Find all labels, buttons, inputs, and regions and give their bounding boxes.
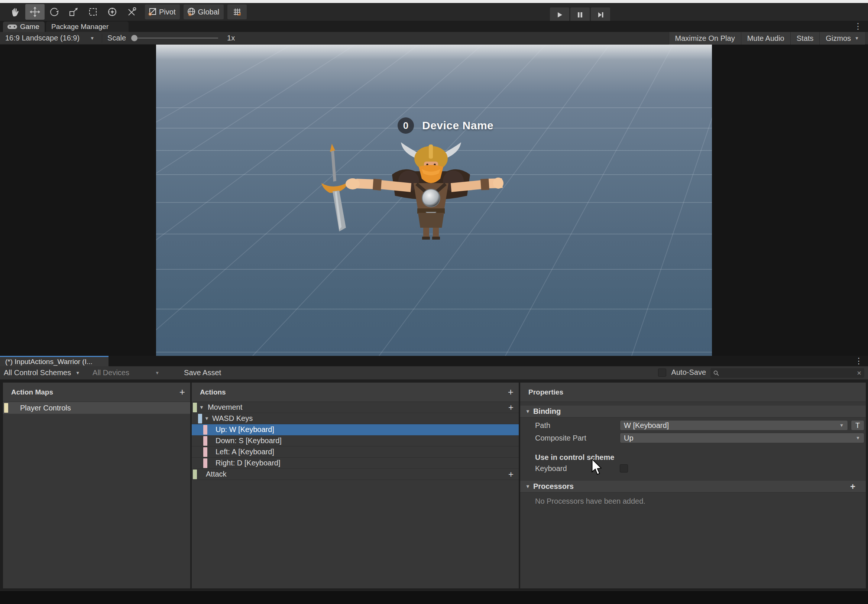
composite-color-stripe xyxy=(198,414,202,423)
step-button[interactable] xyxy=(591,8,610,22)
binding-section-header[interactable]: ▼ Binding xyxy=(520,406,866,418)
scheme-keyboard-checkbox[interactable] xyxy=(620,464,628,472)
aspect-ratio-value: 16:9 Landscape (16:9) xyxy=(5,34,79,42)
search-clear-icon[interactable]: × xyxy=(857,369,861,378)
action-map-row[interactable]: Player Controls xyxy=(3,402,190,414)
toolbar-divider xyxy=(102,34,102,43)
tab-package-manager[interactable]: Package Manager xyxy=(46,22,129,32)
chevron-down-icon: ▼ xyxy=(839,423,844,428)
custom-tools-button[interactable] xyxy=(122,4,141,20)
pivot-icon xyxy=(148,7,158,17)
processors-section-header[interactable]: ▼ Processors + xyxy=(520,481,866,492)
add-processor-button[interactable]: + xyxy=(850,482,856,492)
actions-title: Actions xyxy=(200,388,226,396)
input-actions-toolbar: All Control Schemes ▼ All Devices ▼ Save… xyxy=(0,366,868,379)
input-actions-tab-bar: (*) InputActions_Warrior (I... ⋮ xyxy=(0,356,868,366)
add-binding-button[interactable]: + xyxy=(508,469,513,480)
main-toolbar: Pivot Global xyxy=(0,3,868,21)
hand-tool-button[interactable] xyxy=(6,4,25,20)
binding-row-down[interactable]: Down: S [Keyboard] xyxy=(192,435,519,446)
scale-slider[interactable] xyxy=(132,37,218,39)
grid-snapping-button[interactable] xyxy=(228,5,247,19)
path-text-mode-button[interactable]: T xyxy=(851,420,864,431)
mute-audio-button[interactable]: Mute Audio xyxy=(741,32,790,45)
binding-row-right[interactable]: Right: D [Keyboard] xyxy=(192,458,519,469)
aspect-ratio-dropdown[interactable]: 16:9 Landscape (16:9) ▼ xyxy=(0,32,99,44)
grid-snapping-icon xyxy=(232,7,242,17)
action-row-movement[interactable]: ▼ Movement + xyxy=(192,402,519,413)
control-schemes-value: All Control Schemes xyxy=(4,369,71,377)
rotate-tool-button[interactable] xyxy=(45,4,64,20)
foldout-triangle-icon: ▼ xyxy=(525,409,530,414)
device-name-overlay: 0 Device Name xyxy=(398,118,493,134)
window-top-strip xyxy=(0,0,868,3)
view-tab-bar: Game Package Manager ⋮ xyxy=(0,21,868,32)
binding-row-up[interactable]: Up: W [Keyboard] xyxy=(192,424,519,435)
pivot-toggle-button[interactable]: Pivot xyxy=(145,5,180,19)
play-icon xyxy=(556,11,563,19)
pause-icon xyxy=(576,11,584,19)
pause-button[interactable] xyxy=(570,8,590,22)
tab-game-label: Game xyxy=(20,23,39,31)
window-bottom-strip xyxy=(0,592,868,604)
game-view-menu-icon[interactable]: ⋮ xyxy=(854,22,862,31)
play-button[interactable] xyxy=(550,8,569,22)
auto-save-checkbox[interactable] xyxy=(658,369,666,377)
binding-section-label: Binding xyxy=(533,407,561,416)
actions-header: Actions + xyxy=(192,383,519,402)
input-actions-menu-icon[interactable]: ⋮ xyxy=(855,357,863,365)
path-dropdown[interactable]: W [Keyboard] ▼ xyxy=(620,420,848,431)
properties-title: Properties xyxy=(529,388,563,396)
rect-tool-button[interactable] xyxy=(83,4,102,20)
action-row-attack[interactable]: Attack + xyxy=(192,469,519,480)
action-color-stripe xyxy=(193,469,197,479)
gamepad-icon xyxy=(8,24,17,30)
control-schemes-dropdown[interactable]: All Control Schemes ▼ xyxy=(0,369,84,377)
binding-row-left[interactable]: Left: A [Keyboard] xyxy=(192,446,519,458)
action-maps-panel: Action Maps + Player Controls xyxy=(3,383,190,589)
foldout-triangle-icon[interactable]: ▼ xyxy=(199,404,204,410)
composite-part-dropdown[interactable]: Up ▼ xyxy=(620,433,864,443)
game-viewport[interactable]: 0 Device Name xyxy=(156,45,712,356)
action-maps-header: Action Maps + xyxy=(3,383,190,402)
add-action-button[interactable]: + xyxy=(508,386,513,398)
move-tool-button[interactable] xyxy=(25,4,45,20)
mute-audio-label: Mute Audio xyxy=(747,34,784,43)
stats-button[interactable]: Stats xyxy=(790,32,820,45)
save-asset-button[interactable]: Save Asset xyxy=(184,369,221,377)
add-action-map-button[interactable]: + xyxy=(180,386,185,398)
search-field[interactable]: × xyxy=(710,368,864,378)
tab-input-actions[interactable]: (*) InputActions_Warrior (I... xyxy=(0,356,108,366)
maximize-on-play-button[interactable]: Maximize On Play xyxy=(669,32,741,45)
path-value: W [Keyboard] xyxy=(624,421,669,430)
search-icon xyxy=(713,370,719,376)
save-asset-label: Save Asset xyxy=(184,369,221,377)
processors-empty-message: No Processors have been added. xyxy=(535,497,645,506)
devices-dropdown[interactable]: All Devices ▼ xyxy=(89,369,163,377)
tab-game[interactable]: Game xyxy=(3,22,45,32)
composite-label: WASD Keys xyxy=(212,414,253,423)
foldout-triangle-icon: ▼ xyxy=(525,484,530,489)
sword xyxy=(321,144,349,231)
properties-panel: Properties ▼ Binding Path W [Keyboard] ▼… xyxy=(520,383,866,589)
chevron-down-icon: ▼ xyxy=(855,36,859,41)
binding-color-stripe xyxy=(203,436,207,446)
maximize-on-play-label: Maximize On Play xyxy=(675,34,735,43)
transform-tool-icon xyxy=(107,6,118,17)
gizmos-dropdown[interactable]: Gizmos ▼ xyxy=(819,32,865,45)
binding-label: Right: D [Keyboard] xyxy=(215,459,281,467)
properties-header: Properties xyxy=(520,383,866,402)
foldout-triangle-icon[interactable]: ▼ xyxy=(205,416,209,421)
game-view-options: Maximize On Play Mute Audio Stats Gizmos… xyxy=(669,32,865,45)
add-binding-button[interactable]: + xyxy=(508,402,513,413)
gizmos-label: Gizmos xyxy=(826,34,851,43)
action-map-label: Player Controls xyxy=(20,404,71,412)
composite-row-wasd[interactable]: ▼ WASD Keys xyxy=(192,413,519,424)
transform-tool-button[interactable] xyxy=(102,4,122,20)
scale-slider-handle[interactable] xyxy=(131,35,138,41)
search-input[interactable] xyxy=(722,369,854,377)
scale-tool-button[interactable] xyxy=(64,4,83,20)
use-in-control-scheme-row: Use in control scheme xyxy=(520,452,866,463)
scale-label: Scale xyxy=(107,34,126,42)
global-toggle-button[interactable]: Global xyxy=(184,5,224,19)
